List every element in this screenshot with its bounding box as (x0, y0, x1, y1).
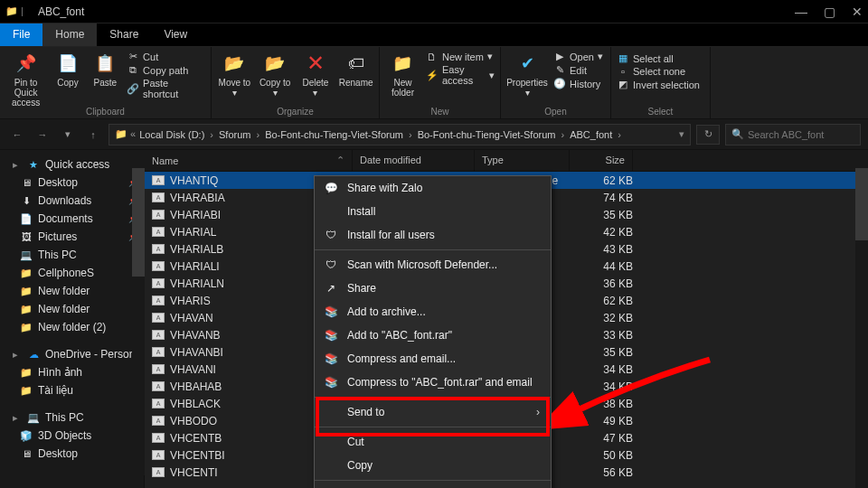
breadcrumb[interactable]: Bo-Font-chu-Tieng-Viet-Sforum (418, 129, 556, 140)
context-item[interactable]: Send to› (315, 400, 551, 424)
sidebar-item[interactable]: 🧊3D Objects (4, 427, 140, 445)
ctx-icon: 📚 (324, 375, 338, 389)
sidebar-header[interactable]: ▸☁OneDrive - Person (4, 345, 140, 363)
cut-button[interactable]: ✂Cut (127, 51, 205, 62)
copyto-button[interactable]: 📂Copy to▾ (258, 51, 293, 98)
properties-button[interactable]: ✔Properties▾ (506, 51, 548, 98)
context-item[interactable]: 📚Compress to "ABC_font.rar" and email (315, 371, 551, 394)
item-icon: 💻 (20, 249, 33, 261)
font-file-icon: A (152, 450, 165, 460)
ribbon-tabs: File Home Share View (0, 23, 868, 47)
ctx-icon: 📚 (324, 305, 338, 319)
context-item[interactable]: 📚Add to "ABC_font.rar" (315, 324, 551, 347)
font-file-icon: A (152, 244, 165, 254)
tab-share[interactable]: Share (97, 23, 151, 46)
expand-icon: ▸ (9, 348, 22, 361)
delete-button[interactable]: ✕Delete▾ (298, 51, 334, 98)
minimize-button[interactable]: — (795, 5, 807, 19)
item-icon: 🖥 (20, 176, 33, 189)
selectnone-button[interactable]: ▫Select none (617, 66, 700, 77)
sidebar-item[interactable]: 📁Hình ảnh (4, 363, 140, 381)
context-item[interactable]: Cut (315, 430, 551, 454)
group-label: Select (611, 107, 710, 117)
invertselection-button[interactable]: ◩Invert selection (617, 79, 700, 90)
font-file-icon: A (152, 278, 165, 288)
folder-icon: 📁 | (5, 5, 24, 17)
sidebar-item[interactable]: 📁New folder (2) (4, 318, 140, 336)
rename-button[interactable]: 🏷Rename (338, 51, 373, 88)
item-icon: 🧊 (20, 429, 33, 442)
sidebar-item[interactable]: 🖥Desktop (4, 445, 140, 463)
context-item[interactable]: 🛡Scan with Microsoft Defender... (315, 253, 551, 277)
ctx-icon: 📚 (324, 352, 338, 366)
context-item[interactable]: 🛡Install for all users (315, 223, 551, 247)
tab-view[interactable]: View (151, 23, 200, 46)
titlebar: 📁 | ABC_font — ▢ ✕ (0, 0, 868, 23)
newfolder-button[interactable]: 📁New folder (385, 51, 420, 98)
moveto-button[interactable]: 📂Move to▾ (217, 51, 252, 98)
selectall-button[interactable]: ▦Select all (617, 52, 700, 64)
forward-button[interactable]: → (33, 125, 52, 145)
font-file-icon: A (152, 210, 165, 220)
sidebar-item[interactable]: 💻This PC (4, 246, 140, 264)
sidebar-scrollbar[interactable] (132, 150, 145, 475)
expand-icon: ▸ (9, 411, 22, 424)
sidebar-item[interactable]: 📄Documents📌 (4, 210, 140, 228)
tab-file[interactable]: File (0, 23, 42, 46)
context-item[interactable]: 💬Share with Zalo (315, 176, 551, 200)
sidebar-header[interactable]: ▸★Quick access (4, 155, 140, 174)
search-input[interactable]: 🔍 Search ABC_font (725, 124, 861, 145)
pasteshortcut-button[interactable]: 🔗Paste shortcut (127, 78, 205, 99)
context-item[interactable]: Create shortcut (315, 483, 551, 488)
edit-button[interactable]: ✎Edit (553, 64, 603, 76)
up-button[interactable]: ↑ (83, 125, 103, 145)
context-item[interactable]: 📚Compress and email... (315, 347, 551, 371)
sidebar-item[interactable]: ⬇Downloads📌 (4, 192, 140, 210)
context-item[interactable]: ↗Share (315, 277, 551, 300)
back-button[interactable]: ← (7, 125, 27, 145)
navbar: ← → ▾ ↑ 📁 «Local Disk (D:)›Sforum›Bo-Fon… (0, 119, 868, 150)
breadcrumb[interactable]: Bo-Font-chu-Tieng-Viet-Sforum (265, 129, 403, 140)
copy-button[interactable]: 📄Copy (52, 51, 83, 88)
context-item[interactable]: 📚Add to archive... (315, 300, 551, 324)
newitem-button[interactable]: 🗋New item ▾ (426, 51, 495, 62)
tab-home[interactable]: Home (42, 23, 97, 46)
sidebar-item[interactable]: 📁New folder (4, 300, 140, 318)
maximize-button[interactable]: ▢ (824, 5, 835, 19)
refresh-button[interactable]: ↻ (696, 125, 720, 145)
address-bar[interactable]: 📁 «Local Disk (D:)›Sforum›Bo-Font-chu-Ti… (108, 124, 691, 145)
sidebar-item[interactable]: 🖥Desktop📌 (4, 174, 140, 192)
sidebar-item[interactable]: 📁Tài liệu (4, 381, 140, 399)
context-item[interactable]: Install (315, 200, 551, 223)
close-button[interactable]: ✕ (852, 5, 863, 19)
item-icon: 📁 (20, 267, 33, 279)
column-headers[interactable]: Name⌃ Date modified Type Size (145, 150, 868, 172)
sidebar-item[interactable]: 🖼Pictures📌 (4, 228, 140, 246)
context-menu: 💬Share with ZaloInstall🛡Install for all … (314, 175, 552, 488)
easyaccess-button[interactable]: ⚡Easy access ▾ (426, 64, 495, 86)
font-file-icon: A (152, 381, 165, 391)
sidebar-header[interactable]: ▸💻This PC (4, 408, 140, 427)
group-label: Clipboard (0, 107, 211, 117)
context-item[interactable]: Copy (315, 454, 551, 477)
ctx-icon (324, 435, 338, 449)
recent-button[interactable]: ▾ (58, 125, 78, 145)
group-label: Open (501, 107, 610, 117)
copypath-button[interactable]: ⧉Copy path (127, 64, 205, 76)
item-icon: 📁 (20, 303, 33, 315)
history-button[interactable]: 🕘History (553, 78, 603, 89)
sidebar-item[interactable]: 📁New folder (4, 282, 140, 300)
sidebar-item[interactable]: 📁CellphoneS (4, 264, 140, 282)
group-label: Organize (212, 107, 379, 117)
filelist-scrollbar[interactable] (855, 150, 868, 488)
ctx-icon (324, 204, 338, 219)
breadcrumb[interactable]: ABC_font (570, 129, 612, 140)
paste-button[interactable]: 📋Paste (90, 51, 121, 88)
ribbon: 📌Pin to Quick access 📄Copy 📋Paste ✂Cut ⧉… (0, 47, 868, 119)
pin-quickaccess-button[interactable]: 📌Pin to Quick access (5, 51, 46, 108)
open-button[interactable]: ▶Open ▾ (553, 51, 603, 62)
breadcrumb[interactable]: Local Disk (D:) (139, 129, 204, 140)
ctx-icon: 📚 (324, 328, 338, 343)
item-icon: 🖥 (20, 447, 33, 460)
breadcrumb[interactable]: Sforum (219, 129, 250, 140)
